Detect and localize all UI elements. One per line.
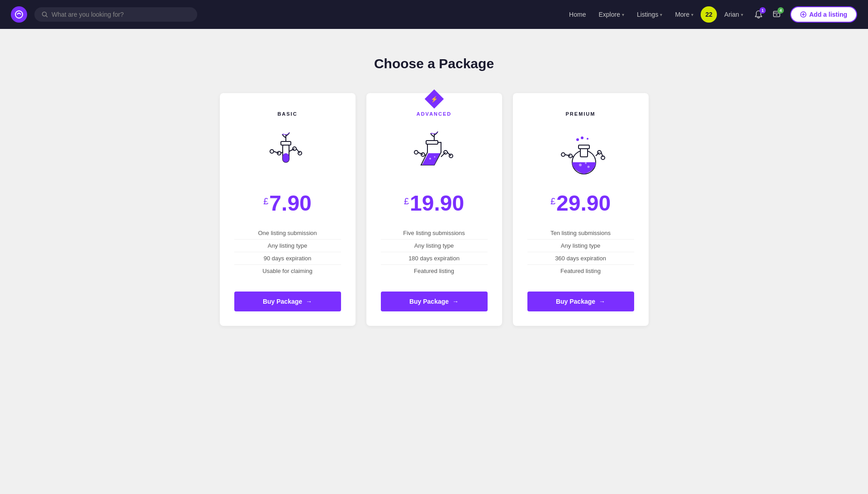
premium-card: PREMIUM xyxy=(513,93,649,326)
premium-buy-button[interactable]: Buy Package → xyxy=(527,292,634,311)
basic-currency: £ xyxy=(263,196,268,207)
navbar: What are you looking for? Home Explore ▾… xyxy=(0,0,868,29)
svg-rect-38 xyxy=(579,145,589,149)
svg-point-41 xyxy=(587,166,589,168)
pricing-cards: BASIC xyxy=(172,93,697,326)
svg-line-25 xyxy=(441,152,446,157)
user-chevron: ▾ xyxy=(741,12,743,17)
svg-point-31 xyxy=(587,138,588,140)
svg-rect-22 xyxy=(426,141,438,144)
svg-point-29 xyxy=(576,138,579,141)
svg-point-24 xyxy=(434,156,435,158)
svg-rect-3 xyxy=(776,14,778,15)
premium-plan-icon xyxy=(554,127,608,182)
nav-listings[interactable]: Listings ▾ xyxy=(631,7,668,22)
svg-point-5 xyxy=(270,150,274,153)
basic-buy-button[interactable]: Buy Package → xyxy=(234,292,341,311)
advanced-amount: 19.90 xyxy=(410,193,464,214)
more-chevron: ▾ xyxy=(691,12,693,17)
nav-home[interactable]: Home xyxy=(564,7,591,22)
search-icon xyxy=(42,11,48,18)
basic-plan-name: BASIC xyxy=(277,111,297,117)
advanced-plan-icon xyxy=(407,127,461,182)
advanced-buy-button[interactable]: Buy Package → xyxy=(381,292,488,311)
search-placeholder: What are you looking for? xyxy=(52,11,124,18)
svg-point-30 xyxy=(581,136,583,139)
advanced-price: £ 19.90 xyxy=(404,193,464,214)
plus-icon xyxy=(800,11,806,18)
basic-feature-1: One listing submission xyxy=(234,227,341,240)
premium-amount: 29.90 xyxy=(556,193,611,214)
basic-feature-3: 90 days expiration xyxy=(234,252,341,265)
cart-badge: 4 xyxy=(778,7,784,14)
svg-point-39 xyxy=(579,164,582,166)
premium-features: Ten listing submissions Any listing type… xyxy=(527,227,634,277)
basic-amount: 7.90 xyxy=(269,193,311,214)
svg-point-16 xyxy=(414,151,418,154)
nav-links: Home Explore ▾ Listings ▾ More ▾ 22 Aria… xyxy=(564,6,857,23)
basic-plan-icon xyxy=(261,127,315,182)
advanced-feature-2: Any listing type xyxy=(381,240,488,252)
basic-card: BASIC xyxy=(220,93,356,326)
basic-features: One listing submission Any listing type … xyxy=(234,227,341,277)
premium-feature-2: Any listing type xyxy=(527,240,634,252)
featured-badge: ⚡ xyxy=(427,92,441,106)
premium-plan-name: PREMIUM xyxy=(566,111,596,117)
premium-price: £ 29.90 xyxy=(550,193,611,214)
basic-feature-4: Usable for claiming xyxy=(234,265,341,277)
svg-point-32 xyxy=(561,153,565,156)
advanced-feature-1: Five listing submissions xyxy=(381,227,488,240)
explore-chevron: ▾ xyxy=(622,12,624,17)
advanced-feature-3: 180 days expiration xyxy=(381,252,488,265)
cart-button[interactable]: 4 xyxy=(768,6,785,23)
notifications-button[interactable]: 1 xyxy=(750,6,767,23)
page-title: Choose a Package xyxy=(172,56,697,71)
advanced-features: Five listing submissions Any listing typ… xyxy=(381,227,488,277)
premium-feature-4: Featured listing xyxy=(527,265,634,277)
svg-rect-11 xyxy=(281,141,291,145)
listings-chevron: ▾ xyxy=(660,12,662,17)
advanced-card: ⚡ ADVANCED xyxy=(366,93,502,326)
premium-feature-3: 360 days expiration xyxy=(527,252,634,265)
premium-feature-1: Ten listing submissions xyxy=(527,227,634,240)
svg-rect-10 xyxy=(283,153,289,162)
svg-point-40 xyxy=(585,162,587,164)
notification-badge: 1 xyxy=(759,7,766,14)
avatar[interactable]: 22 xyxy=(701,6,717,23)
svg-point-23 xyxy=(429,158,431,160)
user-name[interactable]: Arian ▾ xyxy=(719,7,749,22)
advanced-plan-name: ADVANCED xyxy=(417,111,452,117)
svg-point-0 xyxy=(15,11,23,18)
nav-more[interactable]: More ▾ xyxy=(669,7,699,22)
basic-price: £ 7.90 xyxy=(263,193,312,214)
logo[interactable] xyxy=(11,6,27,23)
basic-feature-2: Any listing type xyxy=(234,240,341,252)
add-listing-button[interactable]: Add a listing xyxy=(790,6,857,23)
nav-explore[interactable]: Explore ▾ xyxy=(593,7,629,22)
main-content: Choose a Package BASIC xyxy=(163,29,706,353)
search-bar[interactable]: What are you looking for? xyxy=(34,7,197,22)
advanced-feature-4: Featured listing xyxy=(381,265,488,277)
advanced-currency: £ xyxy=(404,196,409,207)
premium-currency: £ xyxy=(550,196,555,207)
